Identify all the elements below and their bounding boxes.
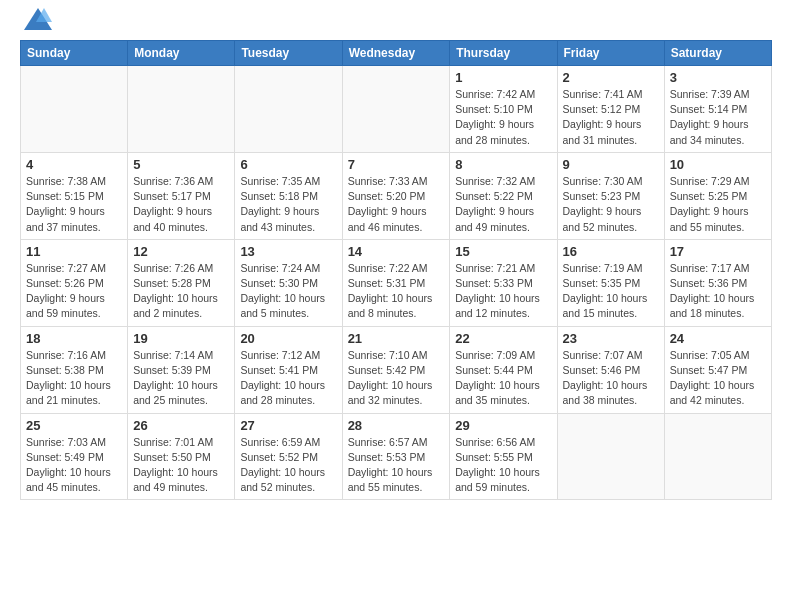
calendar-cell: 4Sunrise: 7:38 AMSunset: 5:15 PMDaylight… (21, 152, 128, 239)
day-number: 16 (563, 244, 659, 259)
day-info: Sunrise: 7:27 AMSunset: 5:26 PMDaylight:… (26, 261, 122, 322)
calendar-week-row: 11Sunrise: 7:27 AMSunset: 5:26 PMDayligh… (21, 239, 772, 326)
calendar-cell: 12Sunrise: 7:26 AMSunset: 5:28 PMDayligh… (128, 239, 235, 326)
day-number: 17 (670, 244, 766, 259)
day-info: Sunrise: 7:19 AMSunset: 5:35 PMDaylight:… (563, 261, 659, 322)
day-info: Sunrise: 7:35 AMSunset: 5:18 PMDaylight:… (240, 174, 336, 235)
day-info: Sunrise: 6:59 AMSunset: 5:52 PMDaylight:… (240, 435, 336, 496)
day-number: 4 (26, 157, 122, 172)
calendar-cell: 11Sunrise: 7:27 AMSunset: 5:26 PMDayligh… (21, 239, 128, 326)
calendar-week-row: 25Sunrise: 7:03 AMSunset: 5:49 PMDayligh… (21, 413, 772, 500)
day-info: Sunrise: 7:36 AMSunset: 5:17 PMDaylight:… (133, 174, 229, 235)
calendar-cell: 16Sunrise: 7:19 AMSunset: 5:35 PMDayligh… (557, 239, 664, 326)
day-info: Sunrise: 7:17 AMSunset: 5:36 PMDaylight:… (670, 261, 766, 322)
day-number: 13 (240, 244, 336, 259)
calendar-cell: 19Sunrise: 7:14 AMSunset: 5:39 PMDayligh… (128, 326, 235, 413)
day-info: Sunrise: 7:41 AMSunset: 5:12 PMDaylight:… (563, 87, 659, 148)
calendar-cell (664, 413, 771, 500)
day-number: 7 (348, 157, 445, 172)
day-info: Sunrise: 7:30 AMSunset: 5:23 PMDaylight:… (563, 174, 659, 235)
weekday-header-sunday: Sunday (21, 41, 128, 66)
calendar-cell: 23Sunrise: 7:07 AMSunset: 5:46 PMDayligh… (557, 326, 664, 413)
weekday-header-wednesday: Wednesday (342, 41, 450, 66)
day-number: 10 (670, 157, 766, 172)
day-number: 18 (26, 331, 122, 346)
calendar-cell: 27Sunrise: 6:59 AMSunset: 5:52 PMDayligh… (235, 413, 342, 500)
day-info: Sunrise: 7:01 AMSunset: 5:50 PMDaylight:… (133, 435, 229, 496)
calendar-cell (557, 413, 664, 500)
day-number: 25 (26, 418, 122, 433)
weekday-header-monday: Monday (128, 41, 235, 66)
calendar-week-row: 4Sunrise: 7:38 AMSunset: 5:15 PMDaylight… (21, 152, 772, 239)
day-info: Sunrise: 7:24 AMSunset: 5:30 PMDaylight:… (240, 261, 336, 322)
day-info: Sunrise: 7:21 AMSunset: 5:33 PMDaylight:… (455, 261, 551, 322)
calendar-cell: 5Sunrise: 7:36 AMSunset: 5:17 PMDaylight… (128, 152, 235, 239)
day-number: 5 (133, 157, 229, 172)
calendar-cell: 28Sunrise: 6:57 AMSunset: 5:53 PMDayligh… (342, 413, 450, 500)
day-number: 2 (563, 70, 659, 85)
day-info: Sunrise: 7:07 AMSunset: 5:46 PMDaylight:… (563, 348, 659, 409)
calendar-cell (235, 66, 342, 153)
day-info: Sunrise: 7:39 AMSunset: 5:14 PMDaylight:… (670, 87, 766, 148)
calendar-cell: 18Sunrise: 7:16 AMSunset: 5:38 PMDayligh… (21, 326, 128, 413)
day-number: 26 (133, 418, 229, 433)
day-number: 29 (455, 418, 551, 433)
calendar-cell: 21Sunrise: 7:10 AMSunset: 5:42 PMDayligh… (342, 326, 450, 413)
day-info: Sunrise: 7:29 AMSunset: 5:25 PMDaylight:… (670, 174, 766, 235)
weekday-header-friday: Friday (557, 41, 664, 66)
calendar-cell: 10Sunrise: 7:29 AMSunset: 5:25 PMDayligh… (664, 152, 771, 239)
calendar-cell: 9Sunrise: 7:30 AMSunset: 5:23 PMDaylight… (557, 152, 664, 239)
day-number: 12 (133, 244, 229, 259)
calendar-cell: 14Sunrise: 7:22 AMSunset: 5:31 PMDayligh… (342, 239, 450, 326)
day-number: 22 (455, 331, 551, 346)
calendar-cell: 24Sunrise: 7:05 AMSunset: 5:47 PMDayligh… (664, 326, 771, 413)
day-info: Sunrise: 7:03 AMSunset: 5:49 PMDaylight:… (26, 435, 122, 496)
calendar-week-row: 18Sunrise: 7:16 AMSunset: 5:38 PMDayligh… (21, 326, 772, 413)
day-info: Sunrise: 7:12 AMSunset: 5:41 PMDaylight:… (240, 348, 336, 409)
day-info: Sunrise: 7:14 AMSunset: 5:39 PMDaylight:… (133, 348, 229, 409)
calendar-cell: 8Sunrise: 7:32 AMSunset: 5:22 PMDaylight… (450, 152, 557, 239)
calendar-cell (21, 66, 128, 153)
day-number: 1 (455, 70, 551, 85)
day-number: 28 (348, 418, 445, 433)
calendar-cell: 25Sunrise: 7:03 AMSunset: 5:49 PMDayligh… (21, 413, 128, 500)
day-number: 6 (240, 157, 336, 172)
day-number: 9 (563, 157, 659, 172)
logo-icon (24, 8, 52, 30)
day-info: Sunrise: 7:10 AMSunset: 5:42 PMDaylight:… (348, 348, 445, 409)
day-info: Sunrise: 7:32 AMSunset: 5:22 PMDaylight:… (455, 174, 551, 235)
calendar-cell (342, 66, 450, 153)
calendar-cell: 2Sunrise: 7:41 AMSunset: 5:12 PMDaylight… (557, 66, 664, 153)
day-info: Sunrise: 7:38 AMSunset: 5:15 PMDaylight:… (26, 174, 122, 235)
day-info: Sunrise: 7:26 AMSunset: 5:28 PMDaylight:… (133, 261, 229, 322)
day-info: Sunrise: 6:57 AMSunset: 5:53 PMDaylight:… (348, 435, 445, 496)
day-number: 8 (455, 157, 551, 172)
weekday-header-saturday: Saturday (664, 41, 771, 66)
logo (20, 16, 52, 30)
calendar-table: SundayMondayTuesdayWednesdayThursdayFrid… (20, 40, 772, 500)
day-number: 27 (240, 418, 336, 433)
calendar-cell: 29Sunrise: 6:56 AMSunset: 5:55 PMDayligh… (450, 413, 557, 500)
day-number: 11 (26, 244, 122, 259)
calendar-cell: 22Sunrise: 7:09 AMSunset: 5:44 PMDayligh… (450, 326, 557, 413)
calendar-cell: 7Sunrise: 7:33 AMSunset: 5:20 PMDaylight… (342, 152, 450, 239)
day-number: 21 (348, 331, 445, 346)
day-info: Sunrise: 7:16 AMSunset: 5:38 PMDaylight:… (26, 348, 122, 409)
calendar-cell: 26Sunrise: 7:01 AMSunset: 5:50 PMDayligh… (128, 413, 235, 500)
calendar-cell: 3Sunrise: 7:39 AMSunset: 5:14 PMDaylight… (664, 66, 771, 153)
calendar-cell: 15Sunrise: 7:21 AMSunset: 5:33 PMDayligh… (450, 239, 557, 326)
day-number: 15 (455, 244, 551, 259)
weekday-header-tuesday: Tuesday (235, 41, 342, 66)
calendar-cell: 17Sunrise: 7:17 AMSunset: 5:36 PMDayligh… (664, 239, 771, 326)
day-number: 3 (670, 70, 766, 85)
day-info: Sunrise: 7:09 AMSunset: 5:44 PMDaylight:… (455, 348, 551, 409)
day-number: 24 (670, 331, 766, 346)
calendar-cell: 20Sunrise: 7:12 AMSunset: 5:41 PMDayligh… (235, 326, 342, 413)
day-number: 14 (348, 244, 445, 259)
day-info: Sunrise: 6:56 AMSunset: 5:55 PMDaylight:… (455, 435, 551, 496)
day-info: Sunrise: 7:05 AMSunset: 5:47 PMDaylight:… (670, 348, 766, 409)
calendar-header-row: SundayMondayTuesdayWednesdayThursdayFrid… (21, 41, 772, 66)
day-info: Sunrise: 7:22 AMSunset: 5:31 PMDaylight:… (348, 261, 445, 322)
day-number: 23 (563, 331, 659, 346)
page-header (20, 16, 772, 30)
